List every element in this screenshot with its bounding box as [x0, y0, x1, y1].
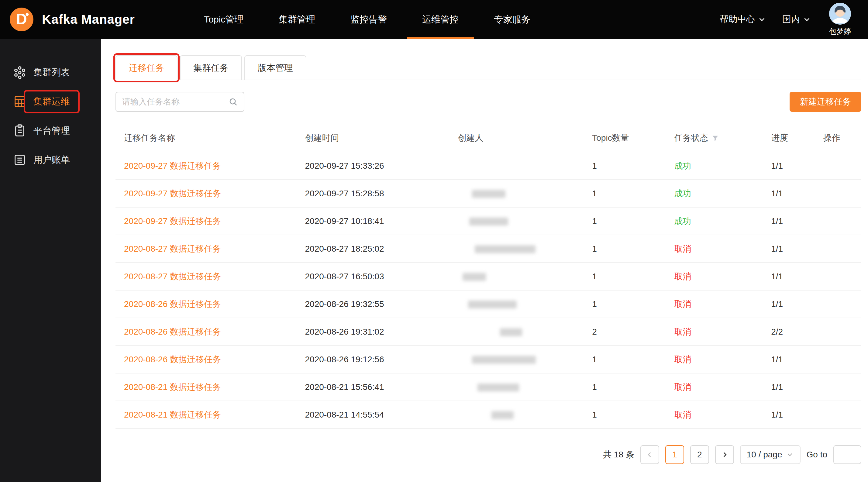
progress: 1/1	[768, 401, 820, 428]
svg-text:D: D	[16, 11, 27, 27]
sidebar-item-label: 平台管理	[33, 125, 70, 137]
region-label: 国内	[782, 13, 800, 26]
table-row: 2020-08-26 数据迁移任务2020-08-26 19:32:551取消1…	[116, 290, 861, 318]
column-header: 进度	[768, 124, 820, 152]
created-time: 2020-08-26 19:12:56	[302, 346, 455, 373]
app-logo[interactable]: D	[9, 7, 34, 32]
actions-cell	[820, 263, 861, 290]
task-name-link[interactable]: 2020-08-26 数据迁移任务	[124, 299, 221, 309]
created-time: 2020-09-27 15:33:26	[302, 152, 455, 180]
created-time: 2020-08-21 14:55:54	[302, 401, 455, 428]
page-size-select[interactable]: 10 / page	[740, 445, 801, 464]
creator-cell	[455, 401, 589, 428]
cluster-ops-icon	[13, 95, 27, 108]
prev-page-button[interactable]	[640, 445, 659, 464]
task-name-link[interactable]: 2020-08-26 数据迁移任务	[124, 327, 221, 336]
status-badge: 成功	[674, 216, 691, 226]
topic-count: 1	[589, 263, 671, 290]
task-name-link[interactable]: 2020-09-27 数据迁移任务	[124, 216, 221, 226]
actions-cell	[820, 207, 861, 235]
table-row: 2020-08-27 数据迁移任务2020-08-27 16:50:031取消1…	[116, 263, 861, 290]
nav-item[interactable]: 监控告警	[333, 0, 405, 39]
table-row: 2020-08-27 数据迁移任务2020-08-27 18:25:021取消1…	[116, 235, 861, 263]
task-name-link[interactable]: 2020-08-26 数据迁移任务	[124, 355, 221, 364]
redacted-creator	[472, 190, 505, 198]
sidebar-item-label: 集群列表	[33, 66, 70, 79]
topic-count: 1	[589, 401, 671, 428]
creator-cell	[455, 180, 589, 207]
help-center-label: 帮助中心	[720, 13, 755, 26]
tab-迁移任务[interactable]: 迁移任务	[116, 55, 178, 80]
task-name-link[interactable]: 2020-08-21 数据迁移任务	[124, 382, 221, 392]
status-badge: 取消	[674, 327, 691, 336]
created-time: 2020-08-26 19:32:55	[302, 290, 455, 318]
page-button[interactable]: 1	[665, 445, 684, 464]
redacted-creator	[468, 300, 517, 309]
sidebar-item[interactable]: 平台管理	[0, 116, 101, 145]
next-page-button[interactable]	[715, 445, 734, 464]
creator-cell	[455, 318, 589, 346]
status-badge: 取消	[674, 272, 691, 281]
nav-item[interactable]: Topic管理	[186, 0, 261, 39]
nav-item[interactable]: 运维管控	[405, 0, 476, 39]
main-content: 迁移任务集群任务版本管理 新建迁移任务 迁移任务名称创建时间创建人Topic数量…	[101, 39, 868, 482]
task-name-link[interactable]: 2020-09-27 数据迁移任务	[124, 161, 221, 170]
avatar	[829, 3, 851, 25]
actions-cell	[820, 373, 861, 401]
tab-版本管理[interactable]: 版本管理	[244, 55, 306, 80]
column-header: 操作	[820, 124, 861, 152]
creator-cell	[455, 152, 589, 180]
status-badge: 取消	[674, 355, 691, 364]
progress: 1/1	[768, 235, 820, 263]
goto-page-input[interactable]	[833, 445, 861, 464]
region-menu[interactable]: 国内	[782, 13, 811, 26]
column-header: 任务状态	[671, 124, 768, 152]
user-name: 包梦婷	[829, 26, 851, 36]
page-button[interactable]: 2	[690, 445, 709, 464]
task-name-link[interactable]: 2020-08-27 数据迁移任务	[124, 272, 221, 281]
topic-count: 1	[589, 373, 671, 401]
tab-集群任务[interactable]: 集群任务	[180, 55, 242, 80]
creator-cell	[455, 235, 589, 263]
task-name-link[interactable]: 2020-08-27 数据迁移任务	[124, 244, 221, 253]
help-center-menu[interactable]: 帮助中心	[720, 13, 767, 26]
task-name-link[interactable]: 2020-09-27 数据迁移任务	[124, 189, 221, 198]
created-time: 2020-08-27 18:25:02	[302, 235, 455, 263]
new-migration-task-button[interactable]: 新建迁移任务	[789, 92, 861, 112]
search-input[interactable]	[116, 97, 228, 107]
actions-cell	[820, 318, 861, 346]
user-menu[interactable]: 包梦婷	[829, 3, 851, 36]
table-row: 2020-09-27 数据迁移任务2020-09-27 10:18:411成功1…	[116, 207, 861, 235]
created-time: 2020-09-27 15:28:58	[302, 180, 455, 207]
filter-icon[interactable]	[711, 134, 719, 142]
sidebar: 集群列表集群运维平台管理用户账单	[0, 39, 101, 482]
sidebar-item[interactable]: 用户账单	[0, 145, 101, 174]
migration-task-table: 迁移任务名称创建时间创建人Topic数量任务状态进度操作 2020-09-27 …	[116, 124, 861, 429]
page-size-value: 10 / page	[747, 450, 782, 459]
actions-cell	[820, 346, 861, 373]
user-billing-icon	[13, 153, 27, 167]
redacted-creator	[472, 356, 536, 364]
table-row: 2020-08-26 数据迁移任务2020-08-26 19:12:561取消1…	[116, 346, 861, 373]
topic-count: 1	[589, 207, 671, 235]
chevron-down-icon	[802, 15, 811, 24]
progress: 1/1	[768, 152, 820, 180]
nav-item[interactable]: 专家服务	[476, 0, 548, 39]
goto-label: Go to	[807, 450, 827, 459]
creator-cell	[455, 346, 589, 373]
task-name-link[interactable]: 2020-08-21 数据迁移任务	[124, 410, 221, 419]
sidebar-item[interactable]: 集群运维	[0, 87, 101, 116]
platform-manage-icon	[13, 124, 27, 138]
cluster-list-icon	[13, 65, 27, 79]
actions-cell	[820, 401, 861, 428]
column-header: Topic数量	[589, 124, 671, 152]
redacted-creator	[463, 273, 486, 281]
topic-count: 1	[589, 152, 671, 180]
sidebar-item[interactable]: 集群列表	[0, 58, 101, 87]
search-icon[interactable]	[228, 97, 238, 107]
creator-cell	[455, 263, 589, 290]
created-time: 2020-09-27 10:18:41	[302, 207, 455, 235]
redacted-creator	[491, 411, 514, 419]
nav-item[interactable]: 集群管理	[261, 0, 333, 39]
progress: 2/2	[768, 318, 820, 346]
